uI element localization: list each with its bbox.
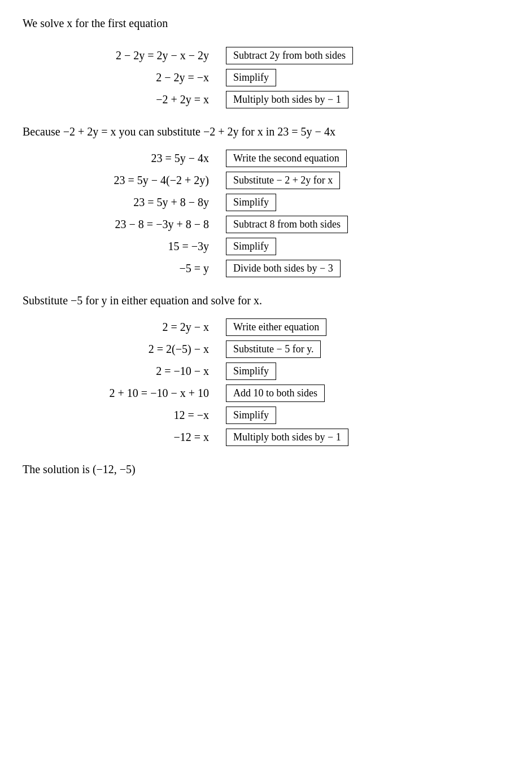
reason-cell: Divide both sides by − 3: [226, 260, 341, 277]
reason-cell: Simplify: [226, 238, 276, 255]
reason-cell: Add 10 to both sides: [226, 385, 325, 402]
step-block-3: 2 = 2y − xWrite either equation2 = 2(−5)…: [23, 318, 509, 446]
step-block-2: 23 = 5y − 4xWrite the second equation23 …: [23, 150, 509, 277]
intro-text-1: We solve x for the first equation: [23, 17, 509, 30]
equation-cell: −2 + 2y = x: [23, 93, 226, 106]
equation-cell: 2 = −10 − x: [23, 365, 226, 378]
equation-cell: 23 = 5y − 4(−2 + 2y): [23, 174, 226, 187]
solution-text: The solution is (−12, −5): [23, 463, 509, 476]
table-row: 12 = −xSimplify: [23, 407, 509, 424]
table-row: 2 − 2y = 2y − x − 2ySubtract 2y from bot…: [23, 47, 509, 64]
table-row: −5 = yDivide both sides by − 3: [23, 260, 509, 277]
table-row: 15 = −3ySimplify: [23, 238, 509, 255]
equation-cell: 23 − 8 = −3y + 8 − 8: [23, 218, 226, 231]
reason-cell: Subtract 8 from both sides: [226, 216, 348, 233]
section-text-2: Because −2 + 2y = x you can substitute −…: [23, 125, 509, 138]
table-row: 23 = 5y − 4(−2 + 2y)Substitute − 2 + 2y …: [23, 172, 509, 189]
table-row: 2 = 2(−5) − xSubstitute − 5 for y.: [23, 340, 509, 358]
table-row: 2 + 10 = −10 − x + 10Add 10 to both side…: [23, 385, 509, 402]
section-text-3: Substitute −5 for y in either equation a…: [23, 294, 509, 307]
equation-cell: −12 = x: [23, 431, 226, 444]
reason-cell: Multiply both sides by − 1: [226, 429, 348, 446]
equation-cell: 15 = −3y: [23, 240, 226, 253]
table-row: 2 = 2y − xWrite either equation: [23, 318, 509, 336]
table-row: −2 + 2y = xMultiply both sides by − 1: [23, 91, 509, 108]
equation-cell: 2 + 10 = −10 − x + 10: [23, 387, 226, 400]
table-row: 2 − 2y = −xSimplify: [23, 69, 509, 86]
table-row: −12 = xMultiply both sides by − 1: [23, 429, 509, 446]
equation-cell: 12 = −x: [23, 409, 226, 422]
reason-cell: Subtract 2y from both sides: [226, 47, 353, 64]
reason-cell: Simplify: [226, 362, 276, 380]
equation-cell: −5 = y: [23, 262, 226, 275]
equation-cell: 23 = 5y + 8 − 8y: [23, 196, 226, 209]
reason-cell: Simplify: [226, 69, 276, 86]
reason-cell: Simplify: [226, 407, 276, 424]
step-block-1: 2 − 2y = 2y − x − 2ySubtract 2y from bot…: [23, 47, 509, 108]
equation-cell: 23 = 5y − 4x: [23, 152, 226, 165]
table-row: 2 = −10 − xSimplify: [23, 362, 509, 380]
reason-cell: Substitute − 5 for y.: [226, 340, 321, 358]
table-row: 23 − 8 = −3y + 8 − 8Subtract 8 from both…: [23, 216, 509, 233]
equation-cell: 2 − 2y = −x: [23, 71, 226, 84]
table-row: 23 = 5y + 8 − 8ySimplify: [23, 194, 509, 211]
table-row: 23 = 5y − 4xWrite the second equation: [23, 150, 509, 167]
reason-cell: Write the second equation: [226, 150, 347, 167]
equation-cell: 2 = 2y − x: [23, 321, 226, 334]
reason-cell: Multiply both sides by − 1: [226, 91, 348, 108]
equation-cell: 2 = 2(−5) − x: [23, 343, 226, 356]
reason-cell: Simplify: [226, 194, 276, 211]
reason-cell: Write either equation: [226, 318, 326, 336]
equation-cell: 2 − 2y = 2y − x − 2y: [23, 49, 226, 62]
reason-cell: Substitute − 2 + 2y for x: [226, 172, 340, 189]
